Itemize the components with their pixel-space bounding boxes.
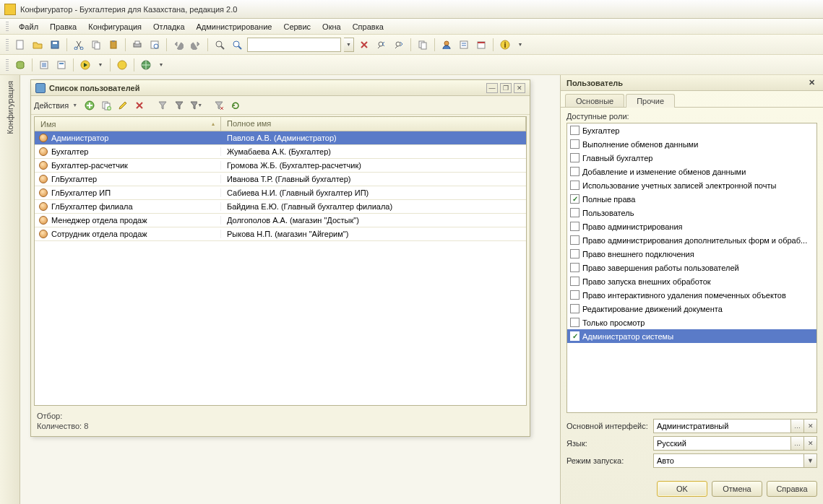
table-row[interactable]: Менеджер отдела продажДолгополов А.А. (м… [35,214,526,227]
checkbox[interactable] [570,181,579,190]
launch-field[interactable] [653,453,804,468]
role-item[interactable]: Выполнение обменов данными [567,137,816,151]
role-item[interactable]: ✓Администратор системы [567,329,816,343]
role-item[interactable]: Использование учетных записей электронно… [567,178,816,192]
inspect-icon[interactable] [457,38,471,52]
checkbox[interactable] [570,208,579,217]
window-titlebar[interactable]: Список пользователей — ❐ ✕ [31,80,530,96]
find-prev-icon[interactable] [374,38,389,52]
run-icon[interactable] [78,58,92,72]
table-row[interactable]: ГлБухгалтер филиалаБайдина Е.Ю. (Главный… [35,200,526,214]
filter2-icon[interactable] [172,98,186,113]
add-icon[interactable] [82,98,97,113]
ok-button[interactable]: OK [657,481,707,497]
cancel-button[interactable]: Отмена [712,481,762,497]
role-item[interactable]: Главный бухгалтер [567,151,816,165]
save-icon[interactable] [48,38,62,52]
checkbox[interactable] [570,235,579,245]
role-item[interactable]: Право администрирования [567,220,816,233]
column-name[interactable]: Имя▴ [35,117,221,131]
redo-icon[interactable] [189,38,203,52]
checkbox[interactable] [570,263,579,272]
cut-icon[interactable] [72,38,86,52]
table-row[interactable]: АдминистраторПавлов А.В. (Администратор) [35,131,526,145]
clear-search-icon[interactable] [357,38,371,52]
maximize-button[interactable]: ❐ [500,83,512,93]
table-row[interactable]: ГлБухгалтерИванова Т.Р. (Главный бухгалт… [35,173,526,186]
table-row[interactable]: ГлБухгалтер ИПСабиева Н.И. (Главный бухг… [35,186,526,200]
open-icon[interactable] [30,38,45,52]
help-dropdown[interactable]: ▼ [515,38,525,52]
menu-admin[interactable]: Администрирование [192,21,277,32]
magnify-icon[interactable] [230,38,244,52]
find-next-icon[interactable] [392,38,406,52]
copy-user-icon[interactable] [99,98,113,113]
checkbox[interactable] [570,126,579,135]
role-item[interactable]: Добавление и изменение обменов данными [567,165,816,178]
table-row[interactable]: БухгалтерЖумабаева А.К. (Бухгалтер) [35,145,526,159]
checkbox[interactable] [570,167,579,176]
clear-button[interactable]: ✕ [804,419,817,433]
help-icon[interactable]: i [498,38,512,52]
checkbox[interactable] [570,153,579,162]
checkbox[interactable] [570,277,579,286]
stop-icon[interactable] [115,58,129,72]
users-icon[interactable] [439,38,454,52]
copy-icon[interactable] [89,38,103,52]
checkbox[interactable] [570,318,579,327]
dropdown-button[interactable]: ▼ [804,453,817,468]
table-row[interactable]: Сотрудник отдела продажРыкова Н.П. (мага… [35,227,526,241]
checkbox[interactable] [570,304,579,313]
clear-button[interactable]: ✕ [804,436,817,451]
db-icon[interactable] [13,58,27,72]
print-icon[interactable] [130,38,145,52]
interface-field[interactable] [653,419,791,433]
role-item[interactable]: Право администрирования дополнительных ф… [567,233,816,247]
role-item[interactable]: Право внешнего подключения [567,247,816,261]
role-item[interactable]: Право интерактивного удаления помеченных… [567,288,816,302]
menu-help[interactable]: Справка [348,21,388,32]
user-grid[interactable]: Имя▴ Полное имя АдминистраторПавлов А.В.… [34,116,527,406]
close-button[interactable]: ✕ [514,83,525,93]
search-input[interactable] [247,38,341,52]
delete-icon[interactable] [132,98,147,113]
menu-windows[interactable]: Окна [318,21,345,32]
role-item[interactable]: Пользователь [567,206,816,220]
column-fullname[interactable]: Полное имя [221,117,526,131]
globe-icon[interactable] [139,58,153,72]
new-icon[interactable] [13,38,27,52]
select-button[interactable]: … [791,419,804,433]
calendar-icon[interactable] [474,38,488,52]
checkbox[interactable] [570,139,579,149]
form-icon[interactable] [54,58,69,72]
roles-list[interactable]: БухгалтерВыполнение обменов даннымиГлавн… [566,123,817,413]
role-item[interactable]: ✓Полные права [567,192,816,206]
checkbox[interactable] [570,290,579,300]
preview-icon[interactable] [147,38,162,52]
paste-icon[interactable] [106,38,121,52]
select-button[interactable]: … [791,436,804,451]
checkbox[interactable]: ✓ [570,331,579,341]
copy2-icon[interactable] [415,38,430,52]
list-icon[interactable] [37,58,51,72]
actions-label[interactable]: Действия [34,101,69,110]
role-item[interactable]: Право завершения работы пользователей [567,261,816,274]
checkbox[interactable] [570,222,579,231]
menu-debug[interactable]: Отладка [149,21,189,32]
refresh-icon[interactable] [228,98,243,113]
minimize-button[interactable]: — [486,83,498,93]
actions-dropdown[interactable]: ▼ [72,103,77,108]
find-icon[interactable] [212,38,227,52]
role-item[interactable]: Бухгалтер [567,123,816,137]
menu-config[interactable]: Конфигурация [84,21,146,32]
tab-other[interactable]: Прочие [626,94,675,108]
close-icon[interactable]: ✕ [806,78,817,88]
role-item[interactable]: Редактирование движений документа [567,302,816,316]
search-dropdown[interactable]: ▼ [344,38,354,52]
checkbox[interactable]: ✓ [570,194,579,204]
menu-edit[interactable]: Правка [46,21,81,32]
edit-icon[interactable] [116,98,130,113]
help-button[interactable]: Справка [767,481,817,497]
filter-drop-icon[interactable]: ▼ [189,98,203,113]
filter1-icon[interactable] [155,98,170,113]
